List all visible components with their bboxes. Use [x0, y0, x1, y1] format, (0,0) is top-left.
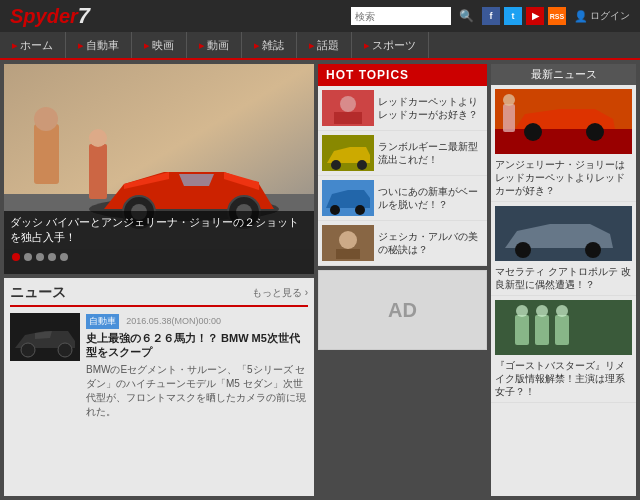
- svg-point-31: [503, 94, 515, 106]
- nav-item-sports[interactable]: スポーツ: [352, 32, 429, 58]
- svg-point-12: [21, 343, 35, 357]
- slideshow[interactable]: ダッシ バイパーとアンジェリーナ・ジョリーの２ショットを独占入手！: [4, 64, 314, 274]
- hot-topics-header: HOT TOPICS: [318, 64, 487, 86]
- site-logo[interactable]: Spyder7: [10, 3, 90, 29]
- right-news-item-1[interactable]: アンジェリーナ・ジョリーはレッドカーペットよりレッドカーが好き？: [491, 85, 636, 202]
- latest-news-header: 最新ニュース: [491, 64, 636, 85]
- login-label: ログイン: [590, 9, 630, 23]
- news-more-link[interactable]: もっと見る ›: [252, 286, 308, 300]
- slide-dot-1[interactable]: [12, 253, 20, 261]
- youtube-icon[interactable]: ▶: [526, 7, 544, 25]
- site-header: Spyder7 🔍 f t ▶ RSS 👤 ログイン: [0, 0, 640, 32]
- hot-topic-thumb-2: [322, 135, 374, 171]
- slide-dot-5[interactable]: [60, 253, 68, 261]
- search-input[interactable]: [351, 7, 451, 25]
- svg-point-29: [586, 123, 604, 141]
- twitter-icon[interactable]: t: [504, 7, 522, 25]
- slide-dot-3[interactable]: [36, 253, 44, 261]
- slide-dot-4[interactable]: [48, 253, 56, 261]
- hot-topic-text-2: ランボルギーニ最新型流出これだ！: [378, 140, 483, 166]
- right-news-svg-3: [495, 300, 632, 355]
- ad-label: AD: [388, 299, 417, 322]
- left-column: ダッシ バイパーとアンジェリーナ・ジョリーの２ショットを独占入手！ ニュース も…: [4, 64, 314, 496]
- svg-rect-16: [334, 112, 362, 124]
- main-content: ダッシ バイパーとアンジェリーナ・ジョリーの２ショットを独占入手！ ニュース も…: [0, 60, 640, 500]
- svg-point-34: [585, 242, 601, 258]
- news-content: 自動車 2016.05.38(MON)00:00 史上最強の６２６馬力！？ BM…: [86, 313, 308, 419]
- svg-rect-38: [555, 315, 569, 345]
- nav-item-home[interactable]: ホーム: [0, 32, 66, 58]
- right-news-svg-1: [495, 89, 632, 154]
- right-news-svg-2: [495, 206, 632, 261]
- svg-point-15: [340, 96, 356, 112]
- svg-rect-25: [336, 249, 360, 259]
- login-button[interactable]: 👤 ログイン: [574, 9, 630, 23]
- rss-icon[interactable]: RSS: [548, 7, 566, 25]
- news-section-header: ニュース もっと見る ›: [10, 284, 308, 307]
- svg-rect-7: [34, 124, 59, 184]
- svg-point-10: [89, 129, 107, 147]
- hot-thumb-svg-3: [322, 180, 374, 216]
- svg-point-19: [357, 160, 367, 170]
- right-news-title-3: 『ゴーストバスターズ』リメイク版情報解禁！主演は理系女子？！: [495, 359, 632, 398]
- svg-point-41: [556, 305, 568, 317]
- hot-topic-thumb-1: [322, 90, 374, 126]
- slideshow-image: ダッシ バイパーとアンジェリーナ・ジョリーの２ショットを独占入手！: [4, 64, 314, 249]
- hot-topic-item-4[interactable]: ジェシカ・アルバの美の秘訣は？: [318, 221, 487, 266]
- hot-thumb-svg-1: [322, 90, 374, 126]
- news-tag: 自動車: [86, 314, 119, 329]
- news-item: 自動車 2016.05.38(MON)00:00 史上最強の６２６馬力！？ BM…: [10, 313, 308, 419]
- hot-topic-text-3: ついにあの新車がベールを脱いだ！？: [378, 185, 483, 211]
- hot-topic-item-2[interactable]: ランボルギーニ最新型流出これだ！: [318, 131, 487, 176]
- svg-rect-27: [495, 129, 632, 154]
- nav-item-car[interactable]: 自動車: [66, 32, 132, 58]
- news-section-title: ニュース: [10, 284, 66, 302]
- logo-der: der: [47, 5, 78, 27]
- right-news-item-3[interactable]: 『ゴーストバスターズ』リメイク版情報解禁！主演は理系女子？！: [491, 296, 636, 403]
- advertisement-box: AD: [318, 270, 487, 350]
- svg-rect-36: [515, 315, 529, 345]
- news-date: 2016.05.38(MON)00:00: [126, 316, 221, 326]
- latest-news-section: 最新ニュース アンジェリーナ・ジョリーはレッドカーペッ: [491, 64, 636, 496]
- svg-point-28: [524, 123, 542, 141]
- svg-point-18: [331, 160, 341, 170]
- svg-point-13: [58, 343, 72, 357]
- svg-rect-30: [503, 104, 515, 132]
- nav-item-movie[interactable]: 映画: [132, 32, 187, 58]
- nav-item-video[interactable]: 動画: [187, 32, 242, 58]
- news-body: BMWのEセグメント・サルーン、「5シリーズ セダン」のハイチューンモデル「M5…: [86, 363, 308, 419]
- hot-topic-item-3[interactable]: ついにあの新車がベールを脱いだ！？: [318, 176, 487, 221]
- header-right: 🔍 f t ▶ RSS 👤 ログイン: [351, 7, 630, 25]
- hot-topic-text-1: レッドカーペットよりレッドカーがお好き？: [378, 95, 483, 121]
- svg-rect-9: [89, 144, 107, 199]
- news-meta: 自動車 2016.05.38(MON)00:00: [86, 313, 308, 331]
- svg-point-40: [536, 305, 548, 317]
- right-news-title-2: マセラティ クアトロポルテ 改良新型に偶然遭遇！？: [495, 265, 632, 291]
- slideshow-caption: ダッシ バイパーとアンジェリーナ・ジョリーの２ショットを独占入手！: [4, 211, 314, 249]
- news-thumb-svg: [10, 313, 80, 361]
- news-section: ニュース もっと見る › 自動車 2016.05.38(M: [4, 278, 314, 496]
- right-news-title-1: アンジェリーナ・ジョリーはレッドカーペットよりレッドカーが好き？: [495, 158, 632, 197]
- facebook-icon[interactable]: f: [482, 7, 500, 25]
- hot-thumb-svg-2: [322, 135, 374, 171]
- hot-topic-thumb-3: [322, 180, 374, 216]
- right-news-img-2: [495, 206, 632, 261]
- svg-point-22: [355, 205, 365, 215]
- right-column: 最新ニュース アンジェリーナ・ジョリーはレッドカーペッ: [491, 64, 636, 496]
- logo-spy: Spy: [10, 5, 47, 27]
- svg-point-39: [516, 305, 528, 317]
- login-icon: 👤: [574, 10, 588, 23]
- slide-dot-2[interactable]: [24, 253, 32, 261]
- logo-num: 7: [78, 3, 90, 28]
- search-icon[interactable]: 🔍: [459, 9, 474, 23]
- hot-thumb-svg-4: [322, 225, 374, 261]
- svg-point-24: [339, 231, 357, 249]
- hot-topic-item-1[interactable]: レッドカーペットよりレッドカーがお好き？: [318, 86, 487, 131]
- news-title[interactable]: 史上最強の６２６馬力！？ BMW M5次世代型をスクープ: [86, 331, 308, 360]
- nav-item-magazine[interactable]: 雑誌: [242, 32, 297, 58]
- right-news-item-2[interactable]: マセラティ クアトロポルテ 改良新型に偶然遭遇！？: [491, 202, 636, 296]
- nav-item-topic[interactable]: 話題: [297, 32, 352, 58]
- svg-point-33: [515, 242, 531, 258]
- svg-point-8: [34, 107, 58, 131]
- svg-rect-37: [535, 315, 549, 345]
